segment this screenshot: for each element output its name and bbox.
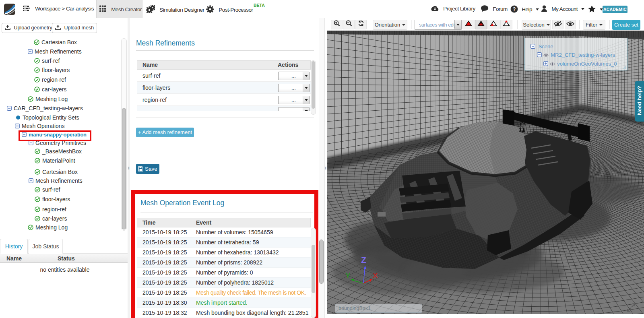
svg-text:Y: Y bbox=[345, 271, 351, 280]
svg-text:Z: Z bbox=[361, 255, 366, 264]
svg-text:?: ? bbox=[513, 6, 516, 12]
svg-text:X: X bbox=[373, 271, 378, 280]
